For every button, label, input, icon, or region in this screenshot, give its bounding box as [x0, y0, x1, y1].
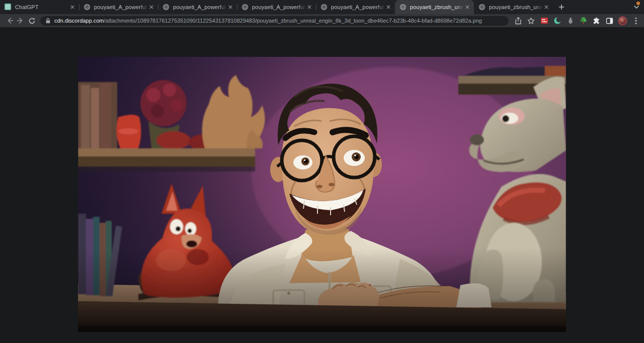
tab-close-button[interactable] — [543, 4, 550, 11]
cartoon-scene — [78, 57, 566, 332]
reload-icon — [28, 17, 36, 25]
left-wall-shelf — [78, 75, 265, 172]
tab-title: pouyaeti_zbrush_unreal_engin — [489, 4, 543, 10]
globe-icon — [163, 4, 170, 11]
tab-favicon — [320, 4, 328, 11]
mouse-extension-icon[interactable] — [566, 17, 575, 25]
back-arrow-icon — [6, 17, 14, 25]
globe-icon — [399, 4, 407, 11]
globe-icon — [84, 4, 91, 11]
tabs-container: ChatGPT pouyaeti_A_powerful_modern — [0, 0, 553, 14]
tab-title: pouyaeti_A_powerful_modern — [252, 4, 306, 10]
tab[interactable]: pouyaeti_A_powerful_modern — [79, 0, 158, 14]
url-text: cdn.discordapp.com/attachments/108978176… — [54, 18, 482, 24]
page-content — [0, 27, 644, 343]
tab-close-button[interactable] — [227, 4, 234, 11]
tab-title: pouyaeti_A_powerful_modern — [331, 4, 385, 10]
tab-close-button[interactable] — [148, 4, 155, 11]
tab-favicon — [163, 4, 170, 11]
tab-title: pouyaeti_A_powerful_modern — [173, 4, 227, 10]
browser-toolbar: cdn.discordapp.com/attachments/108978176… — [0, 14, 644, 27]
tab-close-button[interactable] — [385, 4, 392, 11]
tab[interactable]: pouyaeti_A_powerful_modern — [158, 0, 237, 14]
tab[interactable]: pouyaeti_A_powerful_modern — [316, 0, 395, 14]
tab-favicon — [5, 4, 12, 11]
tab[interactable]: pouyaeti_zbrush_unreal_engin — [395, 0, 474, 14]
globe-icon — [320, 4, 328, 11]
tab-title: pouyaeti_zbrush_unreal_engin — [410, 4, 464, 10]
tab-close-button[interactable] — [69, 4, 76, 11]
address-bar[interactable]: cdn.discordapp.com/attachments/108978176… — [40, 16, 509, 26]
globe-icon — [478, 4, 486, 11]
tab[interactable]: ChatGPT — [0, 0, 79, 14]
share-icon[interactable] — [514, 17, 522, 25]
bookmark-star-icon[interactable] — [527, 17, 535, 25]
url-path: /attachments/1089781761275351090/1122543… — [104, 18, 482, 24]
cat-mouth — [186, 240, 197, 247]
tree-extension-icon[interactable] — [579, 17, 588, 25]
url-domain: cdn.discordapp.com — [54, 18, 104, 24]
forward-button[interactable] — [15, 15, 26, 26]
plus-icon — [558, 4, 565, 11]
extensions-puzzle-icon[interactable] — [592, 17, 601, 25]
tab-close-button[interactable] — [306, 4, 313, 11]
chatgpt-icon — [5, 4, 11, 10]
tab-favicon — [84, 4, 91, 11]
menu-dots-icon[interactable] — [631, 17, 640, 25]
tab-title: pouyaeti_A_powerful_modern — [94, 4, 148, 10]
dark-reader-extension-icon[interactable] — [553, 17, 561, 25]
profile-avatar[interactable] — [618, 17, 627, 25]
tab[interactable]: pouyaeti_zbrush_unreal_engin — [474, 0, 553, 14]
notification-dot — [636, 2, 640, 5]
tab-title: ChatGPT — [15, 4, 69, 10]
forward-arrow-icon — [17, 17, 25, 25]
globe-icon — [242, 4, 249, 11]
tab-favicon — [478, 4, 486, 11]
browser-window: ChatGPT pouyaeti_A_powerful_modern — [0, 0, 644, 343]
new-tab-button[interactable] — [555, 0, 568, 14]
back-button[interactable] — [4, 15, 15, 26]
side-panel-icon[interactable] — [605, 17, 614, 25]
attachment-image[interactable] — [78, 57, 566, 332]
tab[interactable]: pouyaeti_A_powerful_modern — [237, 0, 316, 14]
dog-nose — [470, 134, 484, 145]
idm-extension-icon[interactable] — [540, 17, 548, 25]
lock-icon — [45, 18, 51, 24]
dog-eye — [502, 115, 509, 122]
tab-close-button[interactable] — [464, 4, 471, 11]
cat-right-eye — [185, 222, 196, 235]
reload-button[interactable] — [26, 15, 37, 26]
tab-strip: ChatGPT pouyaeti_A_powerful_modern — [0, 0, 644, 14]
tab-favicon — [399, 4, 407, 11]
tab-favicon — [242, 4, 249, 11]
